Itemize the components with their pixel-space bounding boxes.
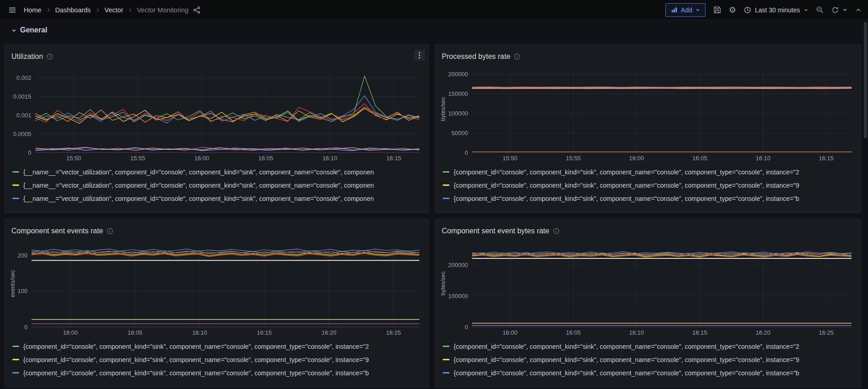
svg-text:16:15: 16:15: [387, 155, 402, 162]
series-color-marker: [443, 184, 450, 186]
legend-item[interactable]: {component_id="console", component_kind=…: [9, 366, 425, 379]
add-button-label: Add: [681, 6, 692, 14]
breadcrumb-home[interactable]: Home: [24, 6, 42, 14]
refresh-interval-chevron-down-icon[interactable]: [842, 7, 847, 12]
svg-text:0: 0: [24, 324, 27, 331]
info-icon[interactable]: [553, 228, 559, 234]
legend-item[interactable]: {__name__="vector_utilization", componen…: [9, 179, 425, 192]
svg-text:16:05: 16:05: [128, 329, 143, 336]
legend-item[interactable]: {component_id="console", component_kind=…: [439, 353, 857, 366]
menu-toggle-icon[interactable]: [6, 4, 18, 16]
series-color-marker: [12, 184, 19, 186]
chevron-down-icon: [11, 27, 17, 33]
legend: {component_id="console", component_kind=…: [439, 165, 857, 209]
legend-label: {component_id="console", component_kind=…: [454, 195, 799, 202]
legend-item[interactable]: {component_id="console", component_kind=…: [439, 340, 857, 353]
legend-label: {__name__="vector_utilization", componen…: [23, 168, 374, 176]
panel-header: Processed bytes rate: [439, 48, 857, 65]
chevron-down-icon: [804, 8, 808, 12]
svg-text:16:00: 16:00: [502, 329, 518, 336]
breadcrumb: Home Dashboards Vector Vector Monitoring: [24, 6, 188, 14]
legend-item[interactable]: {__name__="vector_utilization", componen…: [9, 205, 425, 209]
legend-item[interactable]: {component_id="console", component_kind=…: [439, 192, 857, 205]
svg-text:0: 0: [465, 149, 468, 156]
legend-label: {component_id="console", component_kind=…: [23, 343, 369, 350]
refresh-icon[interactable]: [831, 6, 839, 14]
svg-text:150000: 150000: [448, 90, 468, 97]
panel-title[interactable]: Processed bytes rate: [442, 53, 510, 61]
series-color-marker: [12, 346, 19, 347]
top-navigation-bar: Home Dashboards Vector Vector Monitoring…: [0, 0, 868, 20]
svg-text:16:05: 16:05: [258, 155, 273, 162]
svg-text:0.001: 0.001: [16, 112, 31, 119]
info-icon[interactable]: [107, 228, 113, 234]
legend-label: {__name__="vector_utilization", componen…: [23, 182, 374, 189]
legend-label: {component_id="console", component_kind=…: [23, 356, 369, 363]
svg-text:16:00: 16:00: [63, 329, 78, 336]
legend-item[interactable]: {component_id="console", component_kind=…: [439, 205, 857, 209]
svg-text:16:10: 16:10: [629, 329, 644, 336]
svg-text:0.0005: 0.0005: [13, 131, 31, 137]
svg-text:16:15: 16:15: [819, 155, 834, 162]
panel-title[interactable]: Component sent events rate: [11, 227, 103, 235]
legend-label: {component_id="console", component_kind=…: [454, 182, 799, 189]
svg-text:100000: 100000: [448, 293, 468, 300]
row-general-toggle[interactable]: General: [11, 26, 47, 34]
add-button[interactable]: Add: [665, 3, 706, 17]
panel-component-sent-events-rate: Component sent events rate events/sec 01…: [5, 219, 429, 388]
legend-label: {component_id="console", component_kind=…: [454, 383, 799, 384]
page-scrollbar[interactable]: [864, 22, 867, 138]
legend-item[interactable]: {component_id="console", component_kind=…: [9, 340, 425, 353]
svg-text:16:15: 16:15: [257, 329, 272, 336]
info-icon[interactable]: [514, 53, 520, 60]
breadcrumb-dashboards[interactable]: Dashboards: [55, 6, 91, 14]
legend-label: {__name__="vector_utilization", componen…: [23, 208, 374, 210]
legend-label: {component_id="console", component_kind=…: [454, 168, 799, 176]
chart-component-sent-events-rate[interactable]: 010020016:0016:0516:1016:1516:2016:25: [9, 240, 425, 337]
chart-component-sent-event-bytes-rate[interactable]: 010000020000016:0016:0516:1016:1516:2016…: [439, 240, 857, 337]
series-color-marker: [12, 171, 19, 173]
share-icon[interactable]: [193, 6, 200, 14]
legend-item[interactable]: {component_id="console", component_kind=…: [439, 165, 857, 179]
legend-label: {component_id="console", component_kind=…: [454, 356, 799, 363]
svg-text:16:15: 16:15: [692, 329, 707, 336]
legend-item[interactable]: {component_id="console", component_kind=…: [439, 179, 857, 192]
zoom-out-time-icon[interactable]: [816, 6, 824, 14]
legend-label: {component_id="console", component_kind=…: [23, 383, 369, 384]
svg-text:0.002: 0.002: [16, 74, 31, 81]
svg-text:16:10: 16:10: [192, 329, 207, 336]
legend-item[interactable]: {__name__="vector_utilization", componen…: [9, 165, 425, 179]
svg-text:200000: 200000: [448, 262, 468, 268]
chevron-down-icon: [695, 8, 700, 12]
legend-item[interactable]: {component_id="console", component_kind=…: [9, 379, 425, 384]
chart-utilization[interactable]: 00.00050.0010.00150.00215:5015:5516:0016…: [9, 66, 425, 163]
breadcrumb-vector[interactable]: Vector: [105, 6, 123, 14]
panel-menu-kebab-icon[interactable]: [414, 50, 425, 61]
save-dashboard-icon[interactable]: [713, 6, 721, 14]
info-icon[interactable]: [47, 53, 53, 60]
panel-title[interactable]: Component sent event bytes rate: [442, 227, 549, 235]
chevron-right-icon: [95, 7, 100, 13]
chevron-right-icon: [46, 7, 51, 13]
time-range-label: Last 30 minutes: [755, 6, 800, 14]
refresh-controls: [831, 6, 847, 14]
svg-text:15:50: 15:50: [502, 155, 518, 162]
chart-processed-bytes-rate[interactable]: 05000010000015000020000015:5015:5516:001…: [439, 66, 857, 163]
breadcrumb-current-dashboard[interactable]: Vector Monitoring: [137, 6, 188, 14]
svg-text:200000: 200000: [448, 71, 468, 78]
svg-text:15:55: 15:55: [566, 155, 581, 162]
section-title: General: [20, 26, 47, 34]
svg-text:15:55: 15:55: [131, 155, 146, 162]
chevron-up-icon[interactable]: [855, 7, 862, 13]
panel-title[interactable]: Utilization: [11, 53, 43, 61]
graph-bar-icon: [671, 6, 678, 13]
legend-item[interactable]: {__name__="vector_utilization", componen…: [9, 192, 425, 205]
legend-item[interactable]: {component_id="console", component_kind=…: [9, 353, 425, 366]
panel-processed-bytes-rate: Processed bytes rate bytes/sec 050000100…: [435, 44, 861, 213]
time-range-picker[interactable]: Last 30 minutes: [744, 6, 808, 14]
dashboard-settings-gear-icon[interactable]: ⚙: [729, 6, 736, 14]
legend-item[interactable]: {component_id="console", component_kind=…: [439, 379, 857, 384]
series-color-marker: [443, 198, 450, 199]
legend-item[interactable]: {component_id="console", component_kind=…: [439, 366, 857, 379]
legend-label: {component_id="console", component_kind=…: [454, 369, 799, 377]
